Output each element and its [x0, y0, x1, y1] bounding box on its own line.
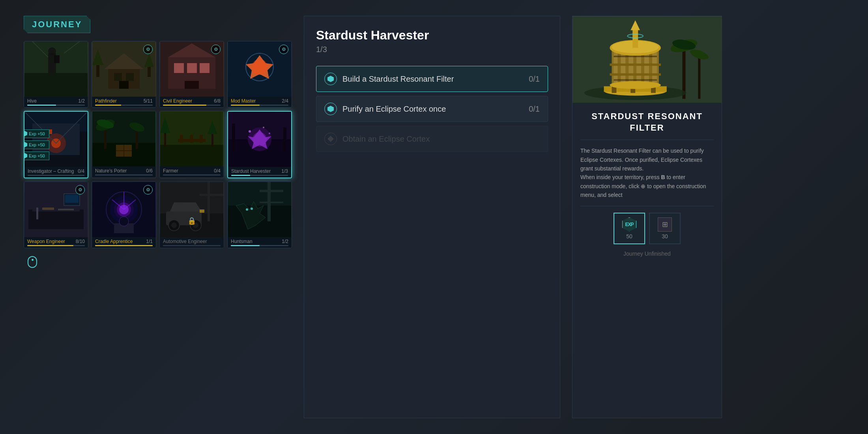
card-weapon-footer: Weapon Engineer 8/10 — [24, 237, 88, 248]
quest-icon-2 — [324, 103, 337, 115]
svg-rect-55 — [190, 135, 193, 143]
svg-rect-49 — [164, 131, 166, 147]
blueprint-icon: ⊞ — [658, 217, 672, 232]
card-natures-porter[interactable]: Nature's Porter 0/6 — [92, 111, 156, 178]
svg-rect-23 — [185, 81, 199, 89]
card-farmer-label: Farmer — [163, 168, 178, 174]
svg-rect-10 — [114, 73, 122, 81]
card-hive-label: Hive — [27, 98, 37, 104]
svg-rect-70 — [36, 208, 38, 219]
main-container: JOURNEY — [0, 0, 868, 434]
svg-rect-42 — [136, 129, 138, 149]
svg-rect-21 — [187, 63, 197, 73]
svg-rect-94 — [200, 210, 204, 213]
card-stardust-footer: Stardust Harvester 1/3 — [228, 167, 291, 178]
exp-stack: Exp +50 Exp +50 Exp +50 — [24, 129, 49, 160]
svg-rect-11 — [126, 73, 134, 81]
svg-rect-15 — [148, 67, 151, 77]
quest-icon-3 — [324, 133, 337, 145]
card-mod-master[interactable]: ⚙ Mod Master 2/4 — [227, 41, 292, 108]
svg-rect-22 — [200, 63, 210, 73]
item-image — [572, 16, 722, 103]
svg-rect-127 — [610, 73, 661, 76]
svg-rect-133 — [614, 79, 657, 81]
svg-point-27 — [252, 59, 268, 75]
card-civil-engineer[interactable]: ⚙ Civil Engineer 6/8 — [159, 41, 224, 108]
svg-point-5 — [48, 47, 56, 55]
quest-text-2: Purify an Eclipse Cortex once — [342, 105, 523, 114]
quest-item-obtain-cortex: Obtain an Eclipse Cortex — [316, 126, 548, 152]
right-panel: STARDUST RESONANT FILTER The Stardust Re… — [572, 16, 722, 418]
journey-title: JOURNEY — [24, 16, 90, 33]
svg-rect-96 — [200, 194, 223, 196]
svg-rect-56 — [200, 135, 203, 143]
left-panel: JOURNEY — [24, 16, 292, 418]
card-pathfinder-progress: 5/11 — [144, 98, 153, 104]
card-pathfinder-icon: ⚙ — [143, 45, 153, 54]
card-farmer-footer: Farmer 0/4 — [160, 166, 224, 177]
quest-item-build-filter[interactable]: Build a Stardust Resonant Filter 0/1 — [316, 66, 548, 92]
card-cradle-icon: ⚙ — [143, 185, 153, 195]
card-stardust-progress: 1/3 — [281, 168, 288, 174]
svg-point-131 — [610, 81, 661, 89]
scroll-indicator — [28, 256, 37, 268]
card-farmer-progress: 0/4 — [214, 168, 221, 174]
card-farmer[interactable]: Farmer 0/4 — [159, 111, 224, 178]
card-investigator-crafting[interactable]: Exp +50 Exp +50 Exp +50 — [24, 111, 88, 178]
item-desc: The Stardust Resonant Filter can be used… — [580, 146, 714, 199]
card-civil-label: Civil Engineer — [163, 98, 192, 104]
quest-text-1: Build a Stardust Resonant Filter — [342, 75, 523, 84]
card-investigator-label: Investigator – Crafting — [28, 168, 74, 174]
card-auto-label: Automotive Engineer — [163, 239, 207, 244]
card-modmaster-progress: 2/4 — [282, 98, 288, 104]
quest-title: Stardust Harvester — [316, 28, 548, 43]
exp-badge-1: Exp +50 — [24, 129, 49, 138]
svg-rect-20 — [174, 63, 184, 73]
svg-rect-126 — [610, 64, 661, 66]
exp-amount: 50 — [626, 233, 632, 239]
card-cradle-apprentice[interactable]: ⚙ Cradle Apprentice 1/1 — [92, 181, 156, 248]
exp-badge-3: Exp +50 — [24, 152, 49, 160]
svg-rect-12 — [119, 81, 129, 89]
card-automotive-engineer[interactable]: 🔒 Automotive Engineer — [159, 181, 224, 248]
card-cradle-progress: 1/1 — [146, 239, 153, 244]
item-details: STARDUST RESONANT FILTER The Stardust Re… — [572, 103, 722, 418]
card-natures-footer: Nature's Porter 0/6 — [92, 166, 156, 177]
svg-rect-69 — [32, 206, 80, 211]
middle-panel: Stardust Harvester 1/3 Build a Stardust … — [304, 16, 560, 418]
reward-row: EXP 50 ⊞ 30 — [580, 213, 714, 244]
card-modmaster-label: Mod Master — [231, 98, 256, 104]
svg-rect-100 — [260, 190, 283, 192]
exp-badge-2: Exp +50 — [24, 140, 49, 149]
quest-item-purify-cortex[interactable]: Purify an Eclipse Cortex once 0/1 — [316, 96, 548, 122]
svg-rect-48 — [160, 145, 223, 166]
card-civil-progress: 6/8 — [214, 98, 221, 104]
svg-point-85 — [119, 217, 129, 226]
svg-rect-1 — [24, 73, 88, 97]
card-weapon-engineer[interactable]: ⚙ Weapon Engineer 8/10 — [24, 181, 88, 248]
card-pathfinder-label: Pathfinder — [95, 98, 117, 104]
svg-rect-109 — [698, 56, 700, 99]
card-weapon-progress: 8/10 — [76, 239, 85, 244]
svg-point-103 — [246, 208, 248, 211]
svg-rect-132 — [614, 56, 657, 57]
svg-point-104 — [251, 208, 253, 210]
card-cradle-label: Cradle Apprentice — [95, 239, 133, 244]
item-name: STARDUST RESONANT FILTER — [580, 111, 714, 133]
lock-icon-auto: 🔒 — [187, 217, 196, 225]
svg-rect-54 — [180, 135, 183, 143]
card-modmaster-icon: ⚙ — [279, 45, 288, 54]
quest-icon-1 — [324, 73, 337, 85]
reward-exp-box: EXP 50 — [614, 213, 645, 244]
svg-point-64 — [249, 130, 251, 133]
card-huntsman-progress: 1/2 — [282, 239, 288, 244]
card-pathfinder[interactable]: ⚙ Pathfinder 5/11 — [92, 41, 156, 108]
card-huntsman[interactable]: Huntsman 1/2 — [227, 181, 292, 248]
card-weapon-label: Weapon Engineer — [27, 239, 65, 244]
card-stardust-harvester[interactable]: Stardust Harvester 1/3 — [227, 111, 292, 178]
card-pathfinder-footer: Pathfinder 5/11 — [92, 97, 156, 107]
card-hive[interactable]: Hive 1/2 — [24, 41, 88, 108]
svg-rect-71 — [42, 208, 54, 210]
quest-count-1: 0/1 — [529, 75, 540, 84]
svg-point-65 — [269, 133, 270, 134]
